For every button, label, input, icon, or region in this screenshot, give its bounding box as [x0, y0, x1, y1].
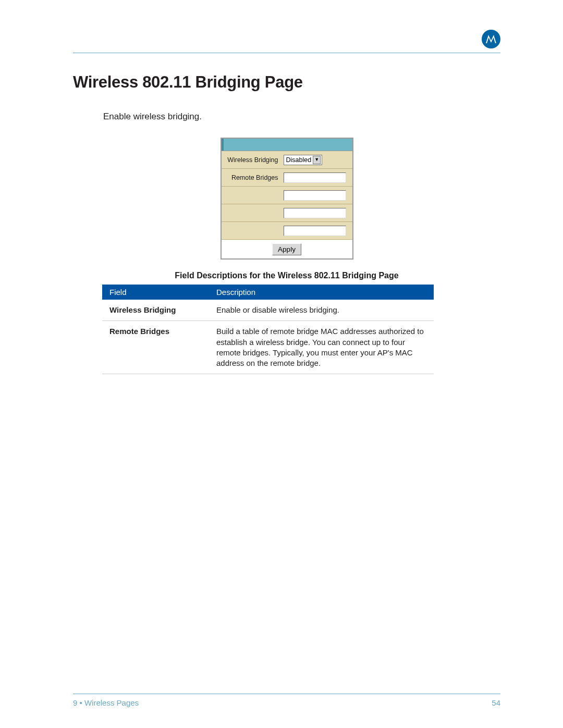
field-input-cell	[282, 172, 352, 183]
field-label-wireless-bridging: Wireless Bridging	[222, 156, 282, 164]
field-input-cell	[282, 226, 352, 236]
field-row-remote-bridges-1: Remote Bridges	[222, 169, 352, 187]
page-header	[73, 29, 500, 50]
form-panel: Wireless Bridging Disabled ▼ Remote Brid…	[221, 138, 353, 260]
apply-row: Apply	[222, 240, 352, 258]
field-input-cell	[282, 190, 352, 201]
select-value: Disabled	[286, 156, 312, 164]
apply-button[interactable]: Apply	[272, 243, 301, 255]
table-header-row: Field Description	[102, 285, 434, 300]
cell-field-name: Wireless Bridging	[102, 300, 209, 321]
cell-field-name: Remote Bridges	[102, 321, 209, 374]
remote-bridge-input-2[interactable]	[284, 190, 346, 201]
field-row-wireless-bridging: Wireless Bridging Disabled ▼	[222, 151, 352, 169]
page-title: Wireless 802.11 Bridging Page	[73, 73, 500, 92]
remote-bridge-input-3[interactable]	[284, 208, 346, 218]
footer-page-number: 54	[492, 698, 500, 707]
cell-field-desc: Build a table of remote bridge MAC addre…	[209, 321, 434, 374]
field-input-cell	[282, 208, 352, 218]
col-field: Field	[102, 285, 209, 300]
field-label-remote-bridges: Remote Bridges	[222, 174, 282, 181]
col-description: Description	[209, 285, 434, 300]
cell-field-desc: Enable or disable wireless bridging.	[209, 300, 434, 321]
form-screenshot: Wireless Bridging Disabled ▼ Remote Brid…	[73, 138, 500, 260]
field-input-cell: Disabled ▼	[282, 155, 352, 165]
footer-row: 9 • Wireless Pages 54	[73, 698, 500, 707]
field-descriptions-table: Field Description Wireless Bridging Enab…	[102, 285, 434, 374]
form-topbar	[222, 139, 352, 151]
remote-bridge-input-4[interactable]	[284, 226, 346, 236]
page-footer: 9 • Wireless Pages 54	[73, 694, 500, 707]
field-row-remote-bridges-2	[222, 187, 352, 204]
remote-bridge-input-1[interactable]	[284, 172, 346, 183]
footer-left: 9 • Wireless Pages	[73, 698, 139, 707]
motorola-logo-icon	[482, 30, 500, 48]
intro-text: Enable wireless bridging.	[103, 112, 500, 122]
chevron-down-icon: ▼	[313, 156, 321, 164]
field-descriptions-heading: Field Descriptions for the Wireless 802.…	[73, 271, 500, 280]
table-row: Wireless Bridging Enable or disable wire…	[102, 300, 434, 321]
field-row-remote-bridges-3	[222, 204, 352, 222]
header-rule	[73, 53, 500, 53]
table-row: Remote Bridges Build a table of remote b…	[102, 321, 434, 374]
wireless-bridging-select[interactable]: Disabled ▼	[284, 155, 323, 165]
document-page: Wireless 802.11 Bridging Page Enable wir…	[0, 0, 563, 728]
footer-rule	[73, 694, 500, 694]
field-row-remote-bridges-4	[222, 222, 352, 240]
